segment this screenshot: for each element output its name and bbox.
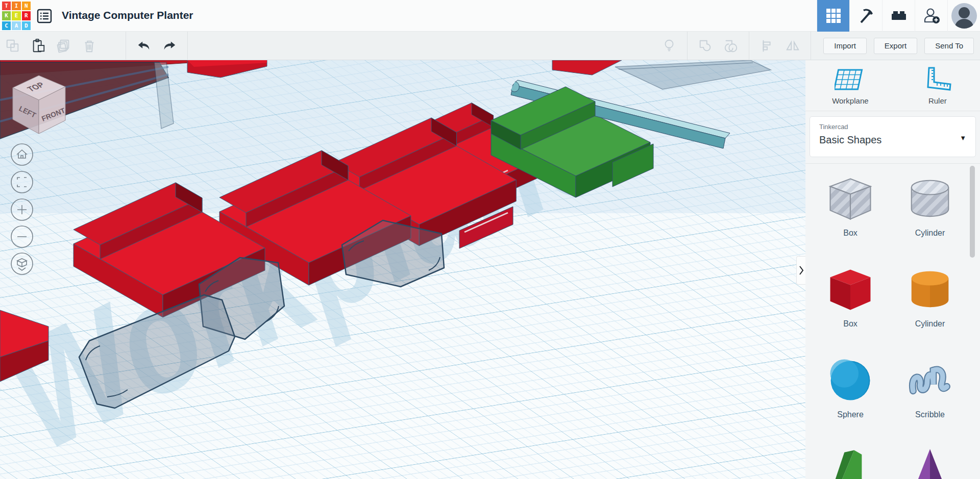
header-nav	[817, 0, 980, 32]
library-brand: Tinkercad	[819, 123, 848, 131]
blocks-editor-button[interactable]	[817, 0, 849, 32]
shape-box-red[interactable]: Box	[826, 256, 875, 347]
tinkercad-app: Workplane	[0, 0, 980, 479]
align-button[interactable]	[758, 37, 776, 55]
shape-box-hole[interactable]: Box	[826, 165, 875, 256]
brick-export-button[interactable]	[882, 0, 915, 32]
copy-icon	[5, 38, 20, 54]
toolbar-separator	[187, 32, 188, 60]
account-menu[interactable]	[947, 0, 980, 32]
shape-cylinder-orange[interactable]: Cylinder	[905, 256, 954, 347]
box-hole-icon	[826, 174, 875, 223]
send-to-button[interactable]: Send To	[924, 38, 974, 54]
zoom-out-button[interactable]	[11, 226, 33, 247]
box-red-icon	[826, 265, 875, 314]
group-icon	[698, 38, 713, 54]
mirror-button[interactable]	[784, 37, 801, 55]
brick-icon	[890, 7, 908, 25]
paste-button[interactable]	[30, 37, 47, 55]
shape-pyramid-partial[interactable]	[905, 438, 954, 479]
group-button[interactable]	[697, 37, 714, 55]
zoom-in-button[interactable]	[11, 199, 33, 220]
library-selected: Basic Shapes	[819, 134, 881, 146]
toolbar-separator	[687, 32, 688, 60]
caret-down-icon: ▼	[960, 134, 966, 142]
blocks-grid-icon	[825, 7, 842, 24]
workplane-icon	[835, 66, 866, 92]
design-menu-button[interactable]	[37, 9, 52, 23]
invite-button[interactable]	[915, 0, 947, 32]
workplane-tool[interactable]: Workplane	[832, 66, 868, 105]
panel-tools: Workplane Ruler	[805, 60, 980, 111]
trash-icon	[82, 38, 97, 54]
design-title[interactable]: Vintage Computer Planter	[62, 9, 193, 21]
lightbulb-icon	[662, 38, 677, 54]
panel-collapse-tab[interactable]	[796, 256, 806, 285]
ruler-icon	[922, 66, 953, 92]
panel-scrollbar[interactable]	[970, 166, 975, 258]
shape-scribble[interactable]: Scribble	[905, 347, 954, 438]
undo-button[interactable]	[135, 37, 153, 55]
sphere-icon	[826, 356, 875, 405]
redo-icon	[162, 38, 177, 54]
cylinder-hole-icon	[905, 174, 954, 223]
invite-person-icon	[922, 6, 941, 26]
pickaxe-icon	[857, 7, 875, 25]
list-menu-icon	[37, 9, 52, 23]
scribble-icon	[905, 356, 954, 405]
duplicate-icon	[56, 38, 71, 54]
export-button[interactable]: Export	[874, 38, 917, 54]
cylinder-orange-icon	[905, 265, 954, 314]
roof-green-icon	[826, 447, 875, 479]
3d-viewport[interactable]: Workplane	[0, 60, 805, 479]
workplane-label: Workplane	[832, 96, 868, 105]
scene-svg: Workplane	[0, 60, 805, 479]
ruler-label: Ruler	[928, 96, 947, 105]
shape-sphere[interactable]: Sphere	[826, 347, 875, 438]
orthographic-button[interactable]	[11, 253, 33, 274]
duplicate-button[interactable]	[55, 37, 72, 55]
delete-button[interactable]	[81, 37, 98, 55]
undo-icon	[136, 38, 152, 54]
app-header: T I N K E R C A D Vintage Computer Plant…	[0, 0, 980, 32]
toolbar-separator	[811, 32, 811, 60]
import-button[interactable]: Import	[823, 38, 867, 54]
paste-icon	[31, 38, 46, 54]
ruler-tool[interactable]: Ruler	[922, 66, 953, 105]
show-all-button[interactable]	[660, 37, 678, 55]
copy-button[interactable]	[4, 37, 21, 55]
avatar	[951, 3, 977, 29]
shape-library-dropdown[interactable]: Tinkercad Basic Shapes ▼	[810, 116, 976, 157]
minecraft-export-button[interactable]	[849, 0, 882, 32]
shape-cylinder-hole[interactable]: Cylinder	[905, 165, 954, 256]
mirror-icon	[785, 38, 800, 54]
fit-view-button[interactable]	[11, 171, 33, 193]
action-toolbar: Import Export Send To	[0, 32, 980, 60]
panel-separator	[805, 163, 980, 164]
align-icon	[760, 38, 775, 54]
shape-grid: Box Cylinder Box	[811, 165, 970, 479]
redo-button[interactable]	[161, 37, 178, 55]
home-view-button[interactable]	[11, 144, 33, 165]
pyramid-purple-icon	[905, 447, 954, 479]
shapes-panel: Workplane Ruler Tinkercad Basic Shapes ▼	[805, 60, 980, 479]
toolbar-separator	[126, 32, 126, 60]
shape-roof-partial[interactable]	[826, 438, 875, 479]
chevron-right-icon	[798, 265, 804, 276]
ungroup-icon	[723, 38, 739, 54]
toolbar-separator	[749, 32, 749, 60]
tinkercad-logo[interactable]: T I N K E R C A D	[2, 2, 31, 30]
ungroup-button[interactable]	[722, 37, 740, 55]
